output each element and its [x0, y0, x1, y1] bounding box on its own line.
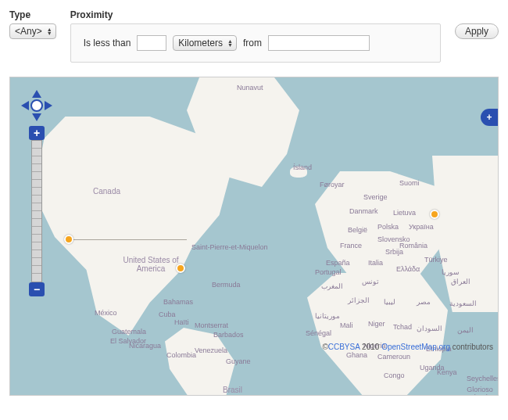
zoom-step[interactable] — [32, 180, 41, 188]
zoom-step[interactable] — [32, 227, 41, 235]
zoom-control: + − — [29, 126, 45, 296]
map-place-label: Barbados — [213, 331, 244, 339]
map-place-label: الجزائر — [348, 296, 370, 304]
distance-input[interactable] — [137, 35, 166, 51]
attribution-source-link[interactable]: OpenStreetMap.org — [381, 343, 450, 351]
zoom-out-button[interactable]: − — [29, 282, 45, 296]
map-place-label: United States of America — [120, 256, 182, 273]
map-place-label: Ghana — [346, 351, 367, 359]
zoom-step[interactable] — [32, 242, 41, 250]
map-place-label: Portugal — [315, 268, 342, 276]
apply-button[interactable]: Apply — [455, 23, 499, 39]
zoom-step[interactable] — [32, 149, 41, 156]
map-place-label: Türkiye — [424, 256, 448, 264]
map-place-label: France — [340, 242, 362, 249]
unit-select-value: Kilometers — [178, 38, 223, 48]
location-input[interactable] — [268, 35, 370, 51]
map-marker[interactable] — [176, 264, 185, 273]
map-attribution: ©CCBYSA 2010 OpenStreetMap.org contribut… — [322, 343, 493, 351]
zoom-world-button[interactable]: + — [481, 109, 498, 126]
map-place-label: Tchad — [393, 323, 412, 331]
select-arrows-icon: ▲▼ — [47, 27, 52, 35]
map-marker[interactable] — [64, 235, 73, 244]
apply-wrap: Apply — [455, 9, 499, 39]
proximity-prefix: Is less than — [84, 38, 131, 48]
map-place-label: السعودية — [449, 300, 477, 307]
map-place-label: Україна — [409, 223, 434, 231]
map-place-label: Suomi — [399, 179, 420, 187]
zoom-step[interactable] — [32, 203, 41, 211]
map-gridline — [73, 239, 187, 240]
map-place-label: Mali — [340, 321, 353, 329]
attribution-license-link[interactable]: CCBYSA — [328, 343, 360, 351]
zoom-step[interactable] — [32, 258, 41, 266]
attribution-year: 2010 — [362, 343, 379, 351]
map-place-label: Glorioso Islands — [460, 386, 499, 396]
map-place-label: Sénégal — [306, 329, 331, 337]
map-place-label: Sverige — [363, 193, 388, 201]
map-place-label: مصر — [417, 298, 431, 306]
map-place-label: Guyane — [226, 357, 251, 365]
map-place-label: Congo — [384, 372, 405, 379]
map-place-label: Kenya — [437, 368, 457, 376]
zoom-step[interactable] — [32, 164, 41, 172]
proximity-box: Is less than Kilometers ▲▼ from — [70, 23, 441, 63]
zoom-step[interactable] — [32, 274, 41, 282]
pan-center-button[interactable] — [30, 99, 43, 112]
map-place-label: Venezuela — [195, 346, 227, 354]
zoom-step[interactable] — [32, 266, 41, 274]
select-arrows-icon: ▲▼ — [227, 39, 233, 47]
map-place-label: Danmark — [349, 207, 378, 215]
map-place-label: Ελλάδα — [396, 265, 420, 273]
map-place-label: Polska — [377, 223, 399, 231]
map-place-label: Niger — [368, 320, 385, 328]
map-place-label: Srbija — [385, 248, 403, 256]
map-marker[interactable] — [430, 210, 439, 219]
map-place-label: România — [399, 242, 428, 249]
map-place-label: Seychelles — [467, 375, 499, 382]
attribution-copyright: © — [322, 343, 327, 351]
proximity-filter: Proximity Is less than Kilometers ▲▼ fro… — [70, 9, 441, 63]
zoom-step[interactable] — [32, 188, 41, 196]
map-place-label: Lietuva — [393, 209, 416, 217]
type-label: Type — [9, 9, 56, 20]
zoom-in-button[interactable]: + — [29, 126, 45, 140]
pan-north-button[interactable] — [32, 90, 41, 98]
map-place-label: المغرب — [321, 282, 343, 290]
zoom-slider[interactable] — [31, 140, 42, 282]
zoom-step[interactable] — [32, 219, 41, 227]
zoom-step[interactable] — [32, 156, 41, 164]
map-place-label: Canada — [93, 187, 120, 196]
type-select-value: <Any> — [15, 26, 42, 37]
pan-west-button[interactable] — [21, 101, 29, 110]
map-place-label: تونس — [362, 278, 379, 285]
map-place-label: سوريا — [442, 268, 460, 276]
map-place-label: السودان — [417, 325, 442, 332]
map-place-label: Colombia — [166, 351, 196, 359]
map-place-label: موريتانيا — [315, 312, 340, 320]
map-place-label: العراق — [451, 278, 470, 285]
map[interactable]: NunavutCanadaUnited States of AmericaMéx… — [9, 77, 499, 396]
map-place-label: España — [326, 259, 350, 267]
zoom-step[interactable] — [32, 196, 41, 203]
apply-button-label: Apply — [465, 26, 488, 37]
map-place-label: Cuba — [159, 311, 176, 318]
map-place-label: België — [348, 226, 367, 234]
map-place-label: Montserrat — [195, 321, 228, 329]
type-select[interactable]: <Any> ▲▼ — [9, 23, 56, 39]
map-place-label: México — [95, 309, 117, 317]
pan-control — [21, 90, 52, 121]
zoom-step[interactable] — [32, 141, 41, 149]
map-place-label: Bermuda — [212, 281, 241, 289]
zoom-step[interactable] — [32, 211, 41, 219]
zoom-step[interactable] — [32, 172, 41, 180]
pan-east-button[interactable] — [45, 101, 52, 110]
zoom-step[interactable] — [32, 250, 41, 258]
map-place-label: Bahamas — [163, 298, 193, 306]
map-place-label: اليمن — [457, 326, 474, 334]
pan-south-button[interactable] — [32, 113, 41, 121]
map-place-label: Nunavut — [237, 84, 263, 92]
zoom-step[interactable] — [32, 235, 41, 242]
unit-select[interactable]: Kilometers ▲▼ — [173, 35, 237, 51]
map-place-label: Ísland — [293, 163, 312, 171]
